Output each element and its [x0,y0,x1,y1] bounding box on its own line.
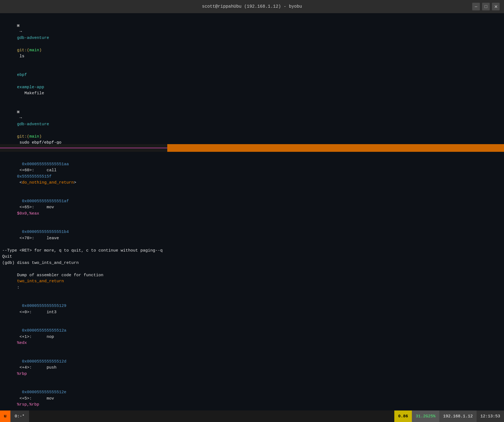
sep-right-orange [167,144,504,152]
dir-name: gdb-adventure [17,36,49,40]
prompt-icon: ▣ [17,23,19,28]
terminal-line: 0x000055555555551b4 <+70>: leave [2,223,502,248]
window-title: scott@rippahUbu (192.168.1.12) - byobu [202,4,302,9]
terminal-gdb-area: 0x000055555555551aa <+60>: call 0x555555… [0,152,504,410]
statusbar: u 0:-* 0.86 31.2G25% 192.168.1.12 12:13:… [0,410,504,422]
terminal-line: 0x000055555555551af <+65>: mov $0x0,%eax [2,192,502,223]
terminal-line: --Type <RET> for more, q to quit, c to c… [2,248,502,254]
sep-left-line [0,148,167,148]
memory-indicator: 31.2G25% [412,410,439,422]
maximize-button[interactable]: □ [482,3,490,10]
terminal-line: (gdb) disas two_ints_and_return [2,260,502,266]
window-controls: – □ ✕ [472,3,500,10]
mem-value: 31.2G25% [416,414,435,419]
terminal-line: 0x000055555555512d <+4>: push %rbp [2,352,502,383]
terminal-line: 0x000055555555512a <+1>: nop %edx [2,322,502,353]
terminal-line: Quit [2,254,502,260]
terminal-output: ▣ → gdb-adventure git:(main) ls ebpf exa… [2,16,502,144]
byobu-u-label: u [0,410,10,422]
terminal-line: ebpf example-app Makefile [2,66,502,103]
terminal-gdb-output: 0x000055555555551aa <+60>: call 0x555555… [2,155,502,410]
terminal-line: Dump of assembler code for function two_… [2,266,502,297]
pane-separator [0,144,504,152]
terminal-line: ▣ → gdb-adventure git:(main) ls [2,16,502,66]
ip-indicator: 192.168.1.12 [439,410,477,422]
time-indicator: 12:13:53 [477,410,504,422]
statusbar-right: 0.86 31.2G25% 192.168.1.12 12:13:53 [394,410,504,422]
terminal-line: 0x0000555555555129 <+0>: int3 [2,297,502,322]
window-indicator: 0:-* [10,410,29,422]
load-indicator: 0.86 [394,410,412,422]
terminal-line: ▣ → gdb-adventure git:(main) sudo ebpf/e… [2,103,502,144]
terminal-area: ▣ → gdb-adventure git:(main) ls ebpf exa… [0,13,504,144]
terminal-line: 0x000055555555512e <+5>: mov %rsp,%rbp [2,383,502,411]
minimize-button[interactable]: – [472,3,480,10]
titlebar: scott@rippahUbu (192.168.1.12) - byobu –… [0,0,504,13]
terminal-line: 0x000055555555551aa <+60>: call 0x555555… [2,155,502,192]
close-button[interactable]: ✕ [492,3,500,10]
git-branch: git:( [17,48,29,53]
